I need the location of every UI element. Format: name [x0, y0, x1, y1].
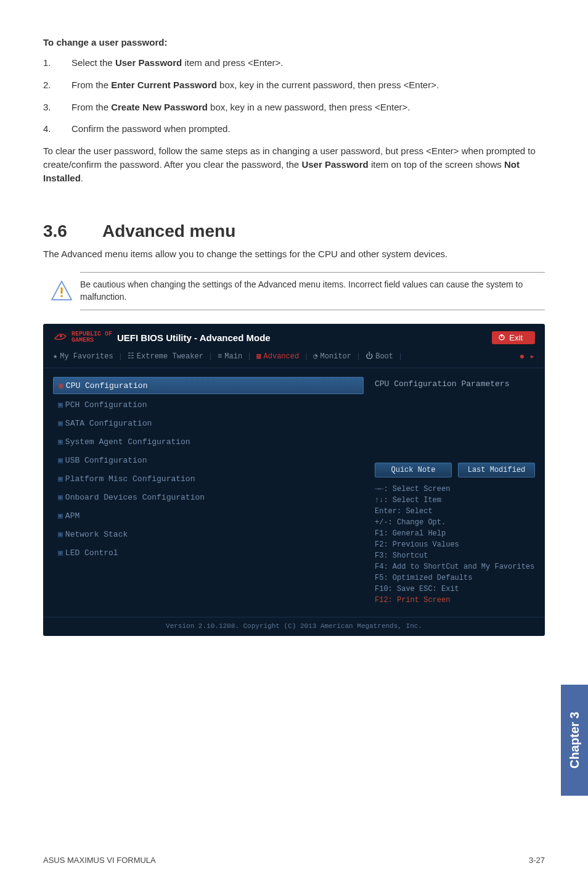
- help-line: →←: Select Screen: [375, 484, 535, 495]
- submenu-arrow-icon: ▣: [58, 548, 63, 558]
- tab-main[interactable]: ≡Main: [218, 352, 242, 361]
- note-indicator-icon[interactable]: ● ▸: [520, 351, 535, 361]
- help-line: F5: Optimized Defaults: [375, 572, 535, 584]
- gauge-icon: ◔: [313, 352, 317, 361]
- right-panel-title: CPU Configuration Parameters: [375, 377, 535, 389]
- help-line: +/-: Change Opt.: [375, 517, 535, 528]
- tab-advanced[interactable]: ▦Advanced: [256, 352, 299, 361]
- heading-change-password: To change a user password:: [43, 37, 545, 47]
- star-icon: ★: [53, 352, 57, 361]
- help-line: F4: Add to ShortCut and My Favorites: [375, 561, 535, 572]
- rog-eye-icon: [53, 330, 68, 345]
- submenu-arrow-icon: ▣: [58, 400, 63, 410]
- step-text: From the Create New Password box, key in…: [71, 101, 410, 114]
- bios-tabbar: ★My Favorites | ☷Extreme Tweaker | ≡Main…: [43, 349, 545, 368]
- menu-pch-configuration[interactable]: ▣PCH Configuration: [53, 397, 364, 413]
- svg-point-1: [60, 295, 63, 297]
- footer-page-number: 3-27: [529, 856, 545, 865]
- menu-usb-configuration[interactable]: ▣USB Configuration: [53, 452, 364, 468]
- menu-platform-misc-configuration[interactable]: ▣Platform Misc Configuration: [53, 471, 364, 487]
- menu-cpu-configuration[interactable]: ▣CPU Configuration: [53, 377, 364, 394]
- footer-product: ASUS MAXIMUS VI FORMULA: [43, 856, 156, 865]
- section-intro: The Advanced menu items allow you to cha…: [43, 247, 545, 261]
- step-text: From the Enter Current Password box, key…: [71, 78, 439, 92]
- menu-system-agent-configuration[interactable]: ▣System Agent Configuration: [53, 434, 364, 450]
- power-small-icon: ⏻: [365, 352, 373, 361]
- submenu-arrow-icon: ▣: [58, 419, 63, 428]
- step-3: 3. From the Create New Password box, key…: [43, 101, 545, 114]
- last-modified-button[interactable]: Last Modified: [458, 463, 535, 477]
- tab-boot[interactable]: ⏻Boot: [365, 352, 393, 361]
- menu-led-control[interactable]: ▣LED Control: [53, 545, 364, 561]
- step-4: 4. Confirm the password when prompted.: [43, 122, 545, 136]
- step-text: Select the User Password item and press …: [71, 56, 284, 70]
- bios-screenshot: REPUBLIC OF GAMERS UEFI BIOS Utility - A…: [43, 324, 545, 636]
- help-line: F10: Save ESC: Exit: [375, 584, 535, 595]
- chapter-tab: Chapter 3: [561, 685, 588, 796]
- caution-block: Be cautious when changing the settings o…: [80, 272, 545, 310]
- caution-text: Be cautious when changing the settings o…: [80, 279, 545, 303]
- submenu-arrow-icon: ▣: [58, 474, 63, 484]
- power-icon: [498, 334, 505, 341]
- submenu-arrow-icon: ▣: [58, 511, 63, 521]
- step-num: 4.: [43, 122, 71, 136]
- svg-point-2: [60, 335, 62, 337]
- bios-right-panel: CPU Configuration Parameters Quick Note …: [375, 377, 535, 606]
- submenu-arrow-icon: ▣: [58, 493, 63, 502]
- chip-icon: ▦: [256, 352, 261, 361]
- menu-onboard-devices-configuration[interactable]: ▣Onboard Devices Configuration: [53, 489, 364, 505]
- list-icon: ≡: [218, 352, 222, 361]
- steps-list: 1. Select the User Password item and pre…: [43, 56, 545, 136]
- caution-icon: [43, 279, 80, 303]
- bios-title: UEFI BIOS Utility - Advanced Mode: [117, 332, 271, 343]
- step-num: 1.: [43, 56, 71, 70]
- menu-network-stack[interactable]: ▣Network Stack: [53, 526, 364, 542]
- submenu-arrow-icon: ▣: [59, 381, 63, 390]
- help-line: Enter: Select: [375, 506, 535, 517]
- bios-header: REPUBLIC OF GAMERS UEFI BIOS Utility - A…: [43, 324, 545, 349]
- submenu-arrow-icon: ▣: [58, 437, 63, 447]
- tab-favorites[interactable]: ★My Favorites: [53, 352, 113, 361]
- svg-rect-0: [61, 287, 63, 294]
- help-line: F2: Previous Values: [375, 539, 535, 550]
- step-1: 1. Select the User Password item and pre…: [43, 56, 545, 70]
- bios-menu-list: ▣CPU Configuration ▣PCH Configuration ▣S…: [53, 377, 364, 606]
- tab-tweaker[interactable]: ☷Extreme Tweaker: [128, 352, 203, 361]
- menu-sata-configuration[interactable]: ▣SATA Configuration: [53, 415, 364, 431]
- menu-apm[interactable]: ▣APM: [53, 508, 364, 524]
- help-line: ↑↓: Select Item: [375, 495, 535, 506]
- submenu-arrow-icon: ▣: [58, 456, 63, 465]
- help-line: F3: Shortcut: [375, 550, 535, 561]
- step-num: 2.: [43, 78, 71, 92]
- tab-monitor[interactable]: ◔Monitor: [313, 352, 351, 361]
- submenu-arrow-icon: ▣: [58, 530, 63, 539]
- exit-button[interactable]: Exit: [492, 331, 535, 344]
- step-2: 2. From the Enter Current Password box, …: [43, 78, 545, 92]
- brand-bottom: GAMERS: [71, 337, 112, 344]
- help-line: F1: General Help: [375, 528, 535, 539]
- step-num: 3.: [43, 101, 71, 114]
- section-title: Advanced menu: [102, 221, 235, 241]
- help-key-list: →←: Select Screen ↑↓: Select Item Enter:…: [375, 484, 535, 606]
- step-text: Confirm the password when prompted.: [71, 122, 231, 136]
- help-line-highlight: F12: Print Screen: [375, 595, 535, 606]
- bios-version-footer: Version 2.10.1208. Copyright (C) 2013 Am…: [43, 617, 545, 630]
- section-number: 3.6: [43, 221, 102, 241]
- clear-password-paragraph: To clear the user password, follow the s…: [43, 144, 545, 184]
- sliders-icon: ☷: [128, 352, 134, 361]
- rog-logo: REPUBLIC OF GAMERS: [53, 330, 112, 345]
- quick-note-button[interactable]: Quick Note: [375, 463, 452, 477]
- section-heading: 3.6Advanced menu: [43, 221, 545, 241]
